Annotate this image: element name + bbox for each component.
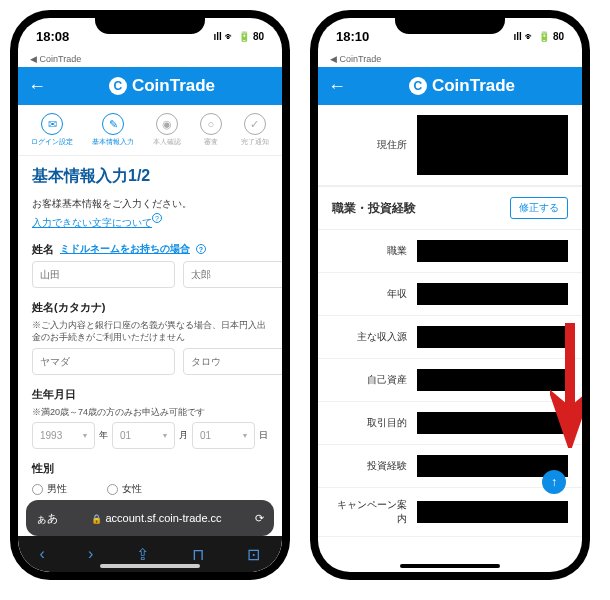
home-indicator[interactable] bbox=[100, 564, 200, 568]
confirm-content: 現住所 職業・投資経験 修正する 職業 年収 主な収入源 自己資産 取引目的 投… bbox=[318, 105, 582, 539]
step-login: ✉ログイン設定 bbox=[31, 113, 73, 147]
gender-male-radio[interactable]: 男性 bbox=[32, 482, 67, 496]
back-arrow-icon[interactable]: ← bbox=[28, 76, 46, 97]
info-icon[interactable]: ? bbox=[196, 244, 206, 254]
app-header: ← C CoinTrade bbox=[18, 67, 282, 105]
assets-value-redacted bbox=[417, 369, 568, 391]
purpose-value-redacted bbox=[417, 412, 568, 434]
step-complete: ✓完了通知 bbox=[241, 113, 269, 147]
page-title: 基本情報入力1/2 bbox=[32, 166, 268, 187]
phone-left: 18:08 ıll ᯤ 🔋 80 ◀ CoinTrade ← C CoinTra… bbox=[10, 10, 290, 580]
phone-right: 18:10 ıll ᯤ 🔋 80 ◀ CoinTrade ← C CoinTra… bbox=[310, 10, 590, 580]
check-icon: ✓ bbox=[244, 113, 266, 135]
nav-back-icon[interactable]: ‹ bbox=[40, 545, 45, 563]
wifi-icon: ᯤ bbox=[225, 31, 235, 42]
row-job: 職業 bbox=[318, 230, 582, 273]
signal-icon: ıll bbox=[514, 31, 522, 42]
share-icon[interactable]: ⇪ bbox=[136, 545, 149, 564]
kana-surname-input[interactable] bbox=[32, 348, 175, 375]
edit-button[interactable]: 修正する bbox=[510, 197, 568, 219]
job-value-redacted bbox=[417, 240, 568, 262]
row-address: 現住所 bbox=[318, 105, 582, 186]
notch bbox=[95, 10, 205, 34]
given-name-input[interactable] bbox=[183, 261, 282, 288]
kana-note: ※ご入力内容と銀行口座の名義が異なる場合、日本円入出金のお手続きがご利用いただけ… bbox=[32, 319, 268, 344]
breadcrumb[interactable]: ◀ CoinTrade bbox=[318, 54, 582, 67]
dob-note: ※満20歳～74歳の方のみお申込み可能です bbox=[32, 406, 268, 419]
step-identity: ◉本人確認 bbox=[153, 113, 181, 147]
row-campaign: キャンペーン案内 bbox=[318, 488, 582, 537]
help-link[interactable]: 入力できない文字について bbox=[32, 217, 152, 228]
camera-icon: ◉ bbox=[156, 113, 178, 135]
dob-year-select[interactable]: 1993▾ bbox=[32, 422, 95, 449]
step-basic-info: ✎基本情報入力 bbox=[92, 113, 134, 147]
notch bbox=[395, 10, 505, 34]
reload-icon[interactable]: ⟳ bbox=[255, 512, 264, 525]
logo-icon: C bbox=[109, 77, 127, 95]
chevron-down-icon: ▾ bbox=[243, 431, 247, 440]
dob-day-select[interactable]: 01▾ bbox=[192, 422, 255, 449]
dob-label: 生年月日 bbox=[32, 387, 268, 402]
address-value-redacted bbox=[417, 115, 568, 175]
lock-icon: 🔒 bbox=[91, 514, 102, 524]
progress-steps: ✉ログイン設定 ✎基本情報入力 ◉本人確認 ○審査 ✓完了通知 bbox=[18, 105, 282, 156]
income-value-redacted bbox=[417, 283, 568, 305]
app-title: CoinTrade bbox=[432, 76, 515, 96]
chevron-down-icon: ▾ bbox=[83, 431, 87, 440]
chevron-down-icon: ▾ bbox=[163, 431, 167, 440]
kana-given-input[interactable] bbox=[183, 348, 282, 375]
breadcrumb[interactable]: ◀ CoinTrade bbox=[18, 54, 282, 67]
row-income: 年収 bbox=[318, 273, 582, 316]
row-purpose: 取引目的 bbox=[318, 402, 582, 445]
info-icon[interactable]: ? bbox=[152, 213, 162, 223]
url-text: account.sf.coin-trade.cc bbox=[105, 512, 221, 524]
time: 18:10 bbox=[336, 29, 369, 44]
name-label: 姓名 bbox=[32, 242, 54, 257]
row-assets: 自己資産 bbox=[318, 359, 582, 402]
text-size-icon[interactable]: ぁあ bbox=[36, 511, 58, 526]
nav-forward-icon[interactable]: › bbox=[88, 545, 93, 563]
battery-icon: 🔋 bbox=[538, 31, 550, 42]
back-arrow-icon[interactable]: ← bbox=[328, 76, 346, 97]
battery-icon: 🔋 bbox=[238, 31, 250, 42]
row-income-src: 主な収入源 bbox=[318, 316, 582, 359]
campaign-value-redacted bbox=[417, 501, 568, 523]
tabs-icon[interactable]: ⊡ bbox=[247, 545, 260, 564]
wifi-icon: ᯤ bbox=[525, 31, 535, 42]
battery-pct: 80 bbox=[553, 31, 564, 42]
annotation-arrow-icon bbox=[550, 318, 582, 448]
scroll-top-button[interactable]: ↑ bbox=[542, 470, 566, 494]
logo-icon: C bbox=[409, 77, 427, 95]
middle-name-link[interactable]: ミドルネームをお持ちの場合 bbox=[60, 242, 190, 256]
dob-month-select[interactable]: 01▾ bbox=[112, 422, 175, 449]
section-title: 職業・投資経験 bbox=[332, 200, 416, 217]
pencil-icon: ✎ bbox=[102, 113, 124, 135]
gender-female-radio[interactable]: 女性 bbox=[107, 482, 142, 496]
signal-icon: ıll bbox=[214, 31, 222, 42]
instruction-text: お客様基本情報をご入力ください。 bbox=[32, 197, 268, 211]
battery-pct: 80 bbox=[253, 31, 264, 42]
bookmarks-icon[interactable]: ⊓ bbox=[192, 545, 204, 564]
app-header: ← C CoinTrade bbox=[318, 67, 582, 105]
step-review: ○審査 bbox=[200, 113, 222, 147]
kana-label: 姓名(カタカナ) bbox=[32, 300, 268, 315]
safari-address-bar[interactable]: ぁあ 🔒 account.sf.coin-trade.cc ⟳ bbox=[26, 500, 274, 536]
review-icon: ○ bbox=[200, 113, 222, 135]
surname-input[interactable] bbox=[32, 261, 175, 288]
home-indicator[interactable] bbox=[400, 564, 500, 568]
time: 18:08 bbox=[36, 29, 69, 44]
app-title: CoinTrade bbox=[132, 76, 215, 96]
mail-icon: ✉ bbox=[41, 113, 63, 135]
income-src-value-redacted bbox=[417, 326, 568, 348]
gender-label: 性別 bbox=[32, 461, 268, 476]
